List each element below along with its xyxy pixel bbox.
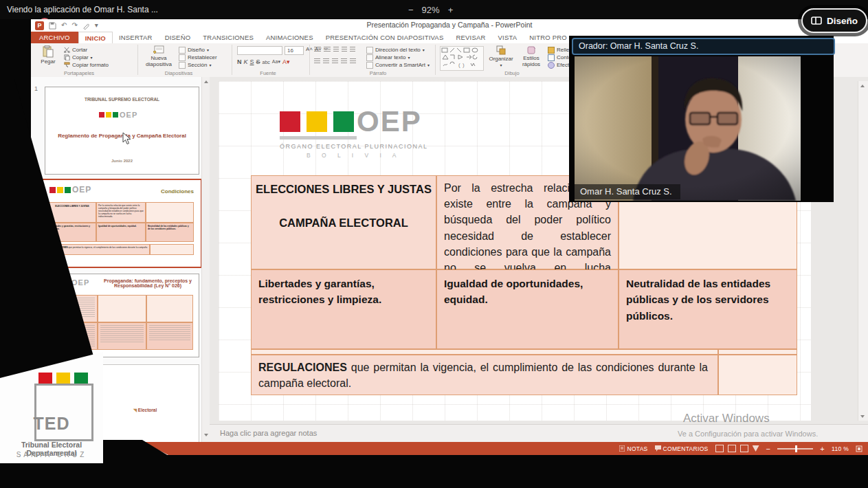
slides-group-label: Diapositivas (148, 70, 210, 76)
status-zoom-out[interactable]: − (766, 445, 771, 453)
comments-toggle[interactable]: COMENTARIOS (655, 445, 709, 452)
text-direction-button[interactable]: Dirección del texto ▾ (366, 46, 430, 54)
oep-yellow-square (307, 111, 327, 132)
scroll-down-icon[interactable] (204, 434, 208, 436)
char-spacing-button[interactable]: abc (263, 60, 270, 65)
align-text-button[interactable]: Alinear texto ▾ (366, 54, 430, 61)
change-case-button[interactable]: Aa▾ (272, 59, 280, 65)
status-zoom-in[interactable]: + (820, 445, 825, 453)
section-button[interactable]: Sección ▾ (179, 61, 217, 69)
smartart-icon (366, 62, 373, 69)
bold-button[interactable]: N (237, 58, 242, 65)
reset-button[interactable]: Restablecer (179, 54, 217, 61)
slide-design-button[interactable]: Diseño ▾ (179, 46, 217, 54)
slideshow-view-icon[interactable] (753, 445, 759, 452)
align-center-icon[interactable] (323, 58, 329, 64)
zoom-out-button[interactable]: − (408, 5, 414, 15)
zoom-in-button[interactable]: + (448, 5, 454, 15)
text-direction-label: Dirección del texto (375, 47, 421, 53)
clipboard-group-label: Portapapeles (45, 70, 113, 76)
columns-icon[interactable] (350, 58, 356, 64)
tab-vista[interactable]: VISTA (492, 32, 524, 43)
font-name-box[interactable] (237, 46, 282, 55)
speaker-video[interactable]: Omar H. Santa Cruz S. (575, 56, 801, 201)
speaker-video-overlay[interactable]: Orador: Omar H. Santa Cruz S. (569, 36, 834, 202)
numbering-icon[interactable] (324, 47, 331, 52)
tab-diseno[interactable]: DISEÑO (159, 32, 197, 43)
status-zoom-slider[interactable] (777, 448, 813, 450)
tab-transiciones[interactable]: TRANSICIONES (197, 32, 260, 43)
underline-button[interactable]: S (250, 58, 254, 65)
align-controls (314, 58, 356, 64)
paste-button[interactable]: Pegar (36, 45, 60, 65)
copy-label: Copiar (72, 54, 89, 60)
align-right-icon[interactable] (332, 58, 338, 64)
normal-view-icon[interactable] (715, 445, 724, 452)
slide-vertical-scrollbar[interactable] (858, 81, 868, 421)
quick-styles-icon (526, 45, 537, 55)
table-cell-r2c3[interactable]: Neutralidad de las entidades públicas y … (619, 269, 797, 349)
font-controls-bottom: N K S S abc Aa▾ A▾ (237, 58, 291, 65)
tab-presentacion[interactable]: PRESENTACIÓN CON DIAPOSITIVAS (320, 32, 450, 43)
tab-archivo[interactable]: ARCHIVO (31, 32, 78, 43)
new-slide-label: Nueva diapositiva (142, 56, 175, 68)
smartart-button[interactable]: Convertir a SmartArt ▾ (366, 61, 430, 69)
oep-underline (280, 136, 357, 140)
cut-icon (64, 47, 70, 53)
activate-windows-line1: Activar Windows (683, 412, 770, 425)
tab-animaciones[interactable]: ANIMACIONES (260, 32, 320, 43)
quick-styles-button[interactable]: Estilos rápidos (518, 45, 545, 68)
slide-thumbnail-2[interactable]: OEP Condiciones ELECCIONES LIBRES Y JUST… (41, 179, 202, 268)
indent-decrease-icon[interactable] (333, 47, 339, 52)
window-title: Presentación Propaganda y Campaña - Powe… (31, 21, 868, 29)
zoom-level[interactable]: 92% (422, 5, 440, 15)
arrange-button[interactable]: Organizar▾ (487, 45, 515, 67)
notes-toggle[interactable]: NOTAS (619, 445, 647, 452)
thumb2-oep-logo: OEP (49, 187, 91, 193)
format-painter-label: Copiar formato (72, 62, 109, 68)
indent-increase-icon[interactable] (342, 47, 347, 52)
table-cell-r2c1[interactable]: Libertades y garantías, restricciones y … (251, 269, 436, 349)
strikethrough-button[interactable]: S (256, 58, 260, 65)
shape-effects-icon (548, 62, 555, 69)
scroll-down-icon[interactable] (860, 415, 865, 418)
font-color-button[interactable]: A▾ (282, 58, 290, 65)
align-left-icon[interactable] (314, 58, 320, 64)
zoom-slider-thumb[interactable] (795, 445, 797, 452)
activate-windows-line2: Ve a Configuración para activar Windows. (678, 430, 818, 438)
italic-button[interactable]: K (244, 58, 248, 65)
format-painter-button[interactable]: Copiar formato (64, 61, 109, 69)
viewer-title: Viendo la aplicación de Omar H. Santa ..… (7, 0, 158, 19)
notes-placeholder: Haga clic para agregar notas (220, 429, 317, 437)
oep-red-square (280, 111, 300, 132)
fit-to-window-icon[interactable] (856, 445, 863, 452)
line-spacing-icon[interactable] (350, 47, 355, 52)
design-view-button[interactable]: Diseño (801, 8, 867, 33)
copy-button[interactable]: Copiar ▾ (64, 54, 109, 61)
font-size-box[interactable]: 16 (285, 46, 304, 55)
scroll-up-icon[interactable] (860, 85, 865, 87)
slide-sorter-view-icon[interactable] (728, 445, 736, 452)
cut-button[interactable]: Cortar (64, 46, 109, 54)
oep-country-line: B O L I V I A (280, 152, 428, 159)
group-separator (435, 45, 436, 75)
reading-view-icon[interactable] (740, 445, 748, 452)
table-cell-r3c1[interactable]: REGULACIONES que permitan la vigencia, e… (251, 355, 718, 395)
status-zoom-level[interactable]: 110 % (832, 445, 849, 452)
shapes-gallery[interactable]: () (440, 46, 484, 71)
table-cell-r2c2[interactable]: Igualdad de oportunidades, equidad. (436, 269, 619, 349)
bullets-icon[interactable] (314, 47, 321, 52)
tab-insertar[interactable]: INSERTAR (113, 32, 159, 43)
tab-revisar[interactable]: REVISAR (449, 32, 491, 43)
slide-thumbnail-1[interactable]: TRIBUNAL SUPREMO ELECTORAL OEP Reglament… (45, 87, 199, 175)
new-slide-button[interactable]: Nueva diapositiva (142, 45, 175, 68)
cell-text: ELECCIONES LIBRES Y JUSTAS (252, 183, 436, 196)
scroll-up-icon[interactable] (204, 80, 208, 83)
speaker-header: Orador: Omar H. Santa Cruz S. (572, 38, 835, 55)
view-switcher (715, 445, 759, 452)
justify-icon[interactable] (341, 58, 347, 64)
table-cell-r3c2[interactable] (718, 355, 797, 395)
tab-inicio[interactable]: INICIO (78, 32, 113, 43)
table-cell-r1c1[interactable]: ELECCIONES LIBRES Y JUSTAS CAMPAÑA ELECT… (251, 175, 436, 269)
tab-nitro-pro[interactable]: NITRO PRO (523, 32, 573, 43)
